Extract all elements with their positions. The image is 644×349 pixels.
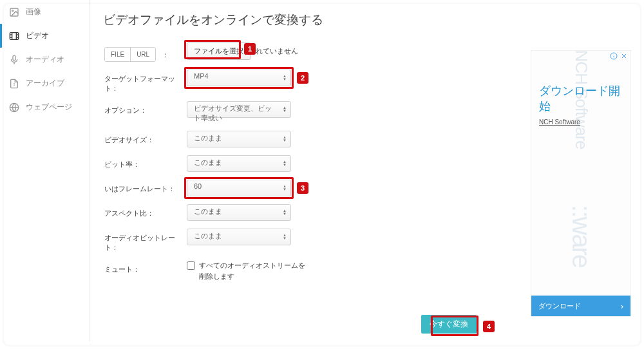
webpage-icon	[9, 102, 19, 113]
mute-checkbox[interactable]	[187, 261, 195, 270]
mute-checkbox-row: すべてのオーディオストリームを削除します	[187, 260, 305, 281]
sidebar-item-label: ビデオ	[26, 30, 49, 41]
select-aspect[interactable]: このまま	[187, 204, 291, 221]
row-target-format: ターゲットフォーマット： MP4 2	[103, 70, 515, 93]
ad-cta-button[interactable]: ダウンロード ›	[531, 296, 630, 316]
select-bitrate[interactable]: このまま	[187, 155, 291, 172]
annotation-badge-2: 2	[297, 72, 308, 84]
sidebar-item-webpage[interactable]: ウェブページ	[0, 95, 90, 119]
video-icon	[9, 31, 19, 41]
select-video-size-wrapper: このまま	[187, 131, 291, 147]
ad-info-close[interactable]	[610, 52, 628, 60]
source-control: ファイルを選択 れていません 1	[187, 42, 298, 60]
row-mute: ミュート： すべてのオーディオストリームを削除します	[103, 260, 515, 281]
sidebar-item-video[interactable]: ビデオ	[0, 24, 90, 48]
label-aspect: アスペクト比：	[103, 204, 187, 218]
annotation-badge-4: 4	[483, 321, 495, 332]
row-audio-bitrate: オーディオビットレート： このまま	[103, 229, 515, 252]
close-icon	[620, 52, 628, 60]
ad-subtext: NCH Software	[539, 118, 580, 126]
convert-button[interactable]: 今すぐ変換	[421, 315, 477, 334]
sidebar-item-label: アーカイブ	[26, 78, 64, 89]
row-options: オプション： ビデオサイズ変更、ビット率或い	[103, 101, 515, 123]
label-audio-bitrate: オーディオビットレート：	[103, 229, 187, 252]
sidebar-item-archive[interactable]: アーカイブ	[0, 71, 90, 95]
label-target-format: ターゲットフォーマット：	[103, 70, 187, 93]
ad-headline: ダウンロード開始	[539, 83, 630, 115]
sidebar-item-image[interactable]: 画像	[0, 0, 90, 24]
label-bitrate: ビット率：	[103, 155, 187, 169]
select-options[interactable]: ビデオサイズ変更、ビット率或い	[187, 101, 291, 118]
ad-panel: NCH Software ::ware ダウンロード開始 NCH Softwar…	[531, 50, 631, 317]
image-icon	[9, 7, 19, 17]
sidebar: 画像 ビデオ オーディオ アーカイブ ウェブページ	[0, 0, 90, 341]
row-aspect: アスペクト比： このまま	[103, 204, 515, 221]
select-options-wrapper: ビデオサイズ変更、ビット率或い	[187, 101, 291, 118]
label-video-size: ビデオサイズ：	[103, 131, 187, 145]
annotation-badge-1: 1	[244, 43, 256, 55]
file-status-text: れていません	[256, 47, 298, 55]
colon: ：	[160, 51, 169, 59]
sidebar-item-label: オーディオ	[26, 54, 64, 65]
url-tab[interactable]: URL	[130, 48, 155, 61]
select-bitrate-wrapper: このまま	[187, 155, 291, 172]
row-source: FILE URL ： ファイルを選択 れていません 1	[103, 42, 515, 62]
archive-icon	[9, 79, 19, 89]
select-aspect-wrapper: このまま	[187, 204, 291, 221]
label-mute: ミュート：	[103, 260, 187, 274]
row-framerate: いはフレームレート： 60 3	[103, 180, 515, 196]
svg-rect-3	[13, 55, 15, 60]
label-options: オプション：	[103, 101, 187, 115]
select-audio-bitrate-wrapper: このまま	[187, 229, 291, 245]
mute-checkbox-label: すべてのオーディオストリームを削除します	[199, 260, 305, 281]
chevron-right-icon: ›	[621, 301, 623, 311]
main-area: ビデオファイルをオンラインで変換する FILE URL ： ファイルを選択 れて…	[103, 12, 515, 289]
source-label-area: FILE URL ：	[103, 42, 187, 62]
page-title: ビデオファイルをオンラインで変換する	[103, 12, 515, 28]
select-framerate[interactable]: 60	[187, 180, 291, 196]
file-tab[interactable]: FILE	[105, 48, 130, 61]
choose-file-button[interactable]: ファイルを選択	[187, 42, 251, 60]
select-target-format-wrapper: MP4	[187, 70, 291, 86]
svg-rect-2	[10, 32, 18, 39]
file-url-toggle: FILE URL	[104, 47, 156, 62]
label-framerate: いはフレームレート：	[103, 180, 187, 194]
select-target-format[interactable]: MP4	[187, 70, 291, 86]
ad-watermark-text-2: ::ware	[567, 205, 596, 267]
ad-cta-label: ダウンロード	[538, 301, 581, 311]
audio-icon	[9, 55, 19, 65]
row-video-size: ビデオサイズ： このまま	[103, 131, 515, 147]
sidebar-item-label: ウェブページ	[26, 102, 72, 113]
select-video-size[interactable]: このまま	[187, 131, 291, 147]
select-framerate-wrapper: 60	[187, 180, 291, 196]
select-audio-bitrate[interactable]: このまま	[187, 229, 291, 245]
svg-point-1	[12, 10, 14, 11]
sidebar-item-audio[interactable]: オーディオ	[0, 48, 90, 71]
info-icon	[610, 52, 618, 60]
row-bitrate: ビット率： このまま	[103, 155, 515, 172]
sidebar-item-label: 画像	[26, 6, 41, 17]
annotation-badge-3: 3	[297, 182, 308, 194]
